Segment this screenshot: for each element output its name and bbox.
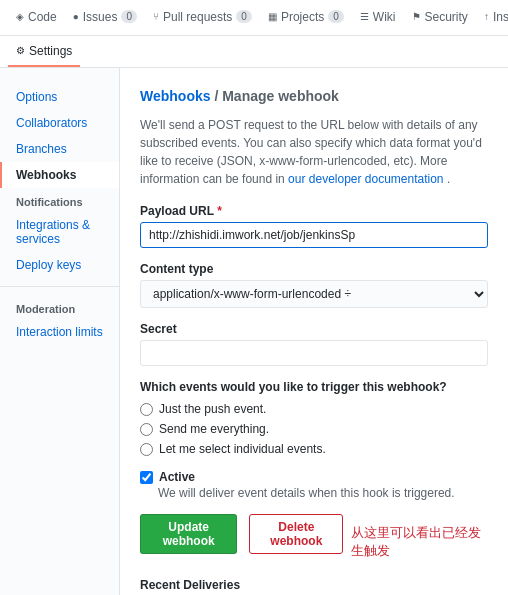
events-title: Which events would you like to trigger t… [140, 380, 488, 394]
nav-item-projects[interactable]: ▦ Projects 0 [260, 0, 352, 35]
event-option-push[interactable]: Just the push event. [140, 402, 488, 416]
active-description: We will deliver event details when this … [158, 486, 488, 500]
content-type-group: Content type application/x-www-form-urle… [140, 262, 488, 308]
developer-docs-link[interactable]: our developer documentation [288, 172, 443, 186]
event-radio-individual[interactable] [140, 443, 153, 456]
sidebar-item-interaction-limits[interactable]: Interaction limits [0, 319, 119, 345]
content-type-select[interactable]: application/x-www-form-urlencoded ÷ [140, 280, 488, 308]
code-icon: ◈ [16, 11, 24, 22]
action-row: Update webhook Delete webhook 从这里可以看出已经发… [140, 514, 488, 570]
active-label[interactable]: Active [140, 470, 488, 484]
secret-label: Secret [140, 322, 488, 336]
projects-badge: 0 [328, 10, 344, 23]
nav-item-security[interactable]: ⚑ Security [404, 0, 476, 35]
events-section: Which events would you like to trigger t… [140, 380, 488, 456]
nav-item-pull-requests[interactable]: ⑂ Pull requests 0 [145, 0, 260, 35]
annotation-text: 从这里可以看出已经发生触发 [351, 524, 488, 560]
settings-tab[interactable]: ⚙ Settings [8, 36, 80, 67]
button-row: Update webhook Delete webhook [140, 514, 343, 554]
settings-icon: ⚙ [16, 45, 25, 56]
pr-badge: 0 [236, 10, 252, 23]
event-radio-everything[interactable] [140, 423, 153, 436]
wiki-icon: ☰ [360, 11, 369, 22]
nav-item-code[interactable]: ◈ Code [8, 0, 65, 35]
update-webhook-button[interactable]: Update webhook [140, 514, 237, 554]
top-nav: ◈ Code ● Issues 0 ⑂ Pull requests 0 ▦ Pr… [0, 0, 508, 36]
sidebar-item-deploy-keys[interactable]: Deploy keys [0, 252, 119, 278]
event-radio-push[interactable] [140, 403, 153, 416]
content-type-label: Content type [140, 262, 488, 276]
payload-url-group: Payload URL * [140, 204, 488, 248]
event-everything-label: Send me everything. [159, 422, 269, 436]
event-option-everything[interactable]: Send me everything. [140, 422, 488, 436]
settings-bar: ⚙ Settings [0, 36, 508, 68]
projects-icon: ▦ [268, 11, 277, 22]
sidebar-item-webhooks[interactable]: Webhooks [0, 162, 119, 188]
sidebar-item-collaborators[interactable]: Collaborators [0, 110, 119, 136]
moderation-section-title: Moderation [0, 295, 119, 319]
recent-deliveries-title: Recent Deliveries [140, 578, 488, 592]
sidebar-item-branches[interactable]: Branches [0, 136, 119, 162]
event-individual-label: Let me select individual events. [159, 442, 326, 456]
sidebar: Options Collaborators Branches Webhooks … [0, 68, 120, 595]
nav-item-issues[interactable]: ● Issues 0 [65, 0, 145, 35]
delete-webhook-button[interactable]: Delete webhook [249, 514, 343, 554]
required-marker: * [217, 204, 222, 218]
event-option-individual[interactable]: Let me select individual events. [140, 442, 488, 456]
issues-badge: 0 [121, 10, 137, 23]
nav-item-insights[interactable]: ↑ Insights [476, 0, 508, 35]
payload-url-label: Payload URL * [140, 204, 488, 218]
secret-input[interactable] [140, 340, 488, 366]
content-area: Webhooks / Manage webhook We'll send a P… [120, 68, 508, 595]
notifications-section-title: Notifications [0, 188, 119, 212]
breadcrumb-parent[interactable]: Webhooks [140, 88, 211, 104]
payload-url-input[interactable] [140, 222, 488, 248]
event-push-label: Just the push event. [159, 402, 266, 416]
sidebar-item-options[interactable]: Options [0, 84, 119, 110]
issues-icon: ● [73, 11, 79, 22]
insights-icon: ↑ [484, 11, 489, 22]
breadcrumb: Webhooks / Manage webhook [140, 88, 488, 104]
sidebar-divider [0, 286, 119, 287]
breadcrumb-current: Manage webhook [222, 88, 339, 104]
pull-request-icon: ⑂ [153, 11, 159, 22]
active-text: Active [159, 470, 195, 484]
webhook-description: We'll send a POST request to the URL bel… [140, 116, 488, 188]
sidebar-item-integrations[interactable]: Integrations & services [0, 212, 119, 252]
security-icon: ⚑ [412, 11, 421, 22]
recent-deliveries: Recent Deliveries ✓ ⇒ 52caab76-b70a-11e9… [140, 578, 488, 595]
main-layout: Options Collaborators Branches Webhooks … [0, 68, 508, 595]
secret-group: Secret [140, 322, 488, 366]
active-checkbox[interactable] [140, 471, 153, 484]
nav-item-wiki[interactable]: ☰ Wiki [352, 0, 404, 35]
active-section: Active We will deliver event details whe… [140, 470, 488, 500]
